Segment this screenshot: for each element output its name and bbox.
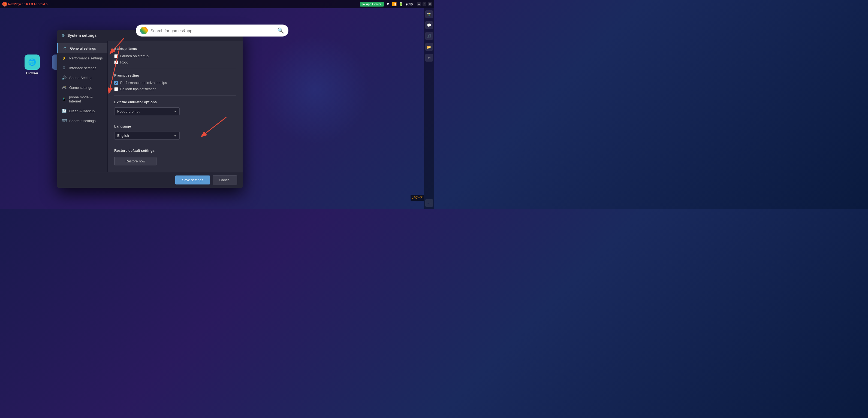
language-row: English Chinese Japanese Korean Spanish … — [114, 132, 236, 139]
nav-label-sound: Sound Setting — [69, 76, 92, 80]
startup-items-title: Startup items — [114, 46, 236, 51]
nav-item-backup[interactable]: 🔄 Clean & Backup — [57, 106, 107, 116]
search-input[interactable] — [151, 28, 275, 33]
divider-2 — [114, 95, 236, 96]
jfc-text: JFC社区 — [412, 196, 423, 199]
search-bar[interactable]: 🔍 — [136, 25, 288, 36]
sidebar-icon-music[interactable]: 🎵 — [425, 32, 433, 40]
app-center-button[interactable]: ▶ App Center — [360, 2, 384, 6]
shortcut-icon: ⌨ — [62, 119, 66, 123]
language-select[interactable]: English Chinese Japanese Korean Spanish … — [114, 132, 180, 139]
sidebar-icon-files[interactable]: 📂 — [425, 43, 433, 51]
balloon-tips-checkbox[interactable] — [114, 87, 118, 91]
minimize-button[interactable]: — — [417, 2, 421, 6]
sidebar-icon-more[interactable]: ··· — [425, 199, 433, 207]
nav-item-interface[interactable]: 🖥 Interface settings — [57, 63, 107, 73]
sidebar-icon-cut[interactable]: ✂ — [425, 54, 433, 62]
cancel-button[interactable]: Cancel — [213, 175, 237, 185]
play-store-icon — [140, 27, 148, 34]
exit-options-row: Popup prompt Minimize to tray Exit direc… — [114, 107, 236, 115]
restore-button[interactable]: □ — [423, 2, 426, 6]
nav-label-interface: Interface settings — [69, 66, 96, 70]
app-center-icon: ▶ — [363, 2, 365, 6]
language-title: Language — [114, 124, 236, 128]
launch-on-startup-label[interactable]: Launch on startup — [120, 54, 149, 58]
jfc-badge: JFC社区 — [410, 195, 424, 201]
divider-3 — [114, 120, 236, 120]
exit-options-title: Exit the emulator options — [114, 100, 236, 104]
exit-options-select[interactable]: Popup prompt Minimize to tray Exit direc… — [114, 107, 180, 115]
root-label[interactable]: Root — [120, 60, 128, 64]
signal-icon: 📶 — [392, 2, 397, 6]
nav-item-phone[interactable]: 📱 phone model & Internet — [57, 92, 107, 106]
nav-label-general: General settings — [70, 46, 96, 51]
nav-item-game[interactable]: 🎮 Game settings — [57, 83, 107, 92]
bg-decoration-2 — [260, 35, 370, 144]
nav-label-performance: Performance settings — [69, 56, 103, 60]
top-bar-right: ▶ App Center ▼ 📶 🔋 9:46 — □ ✕ — [360, 2, 432, 6]
save-settings-button[interactable]: Save settings — [175, 175, 210, 185]
divider-4 — [114, 144, 236, 144]
fox-icon: 🦊 — [2, 2, 7, 6]
balloon-tips-label[interactable]: Balloon tips notification — [120, 87, 156, 91]
right-sidebar: 📸 💬 🎵 📂 ✂ ··· — [424, 8, 434, 209]
nav-label-shortcut: Shortcut settings — [69, 119, 96, 123]
sidebar-icon-camera[interactable]: 📸 — [425, 10, 433, 18]
general-icon: ⚙ — [62, 46, 67, 51]
search-icon[interactable]: 🔍 — [277, 27, 284, 34]
launch-on-startup-checkbox[interactable] — [114, 54, 118, 58]
root-row: Root — [114, 60, 236, 64]
prompt-setting-title: Prompt setting — [114, 73, 236, 77]
restore-now-button[interactable]: Restore now — [114, 157, 156, 165]
settings-icon: ⚙ — [62, 33, 65, 38]
performance-tips-row: Performance optimization tips — [114, 81, 236, 85]
wifi-icon: ▼ — [386, 2, 390, 6]
dialog-nav: ⚙ General settings ⚡ Performance setting… — [57, 41, 108, 172]
close-button[interactable]: ✕ — [428, 2, 432, 6]
nav-label-game: Game settings — [69, 86, 92, 90]
nav-item-general[interactable]: ⚙ General settings — [57, 43, 107, 53]
performance-icon: ⚡ — [62, 56, 66, 60]
app-logo: 🦊 NoxPlayer 6.6.1.3 Android 5 — [2, 2, 48, 6]
dialog-content: Startup items Launch on startup Root Pro… — [108, 41, 243, 172]
dialog-footer: Save settings Cancel — [57, 172, 243, 188]
battery-icon: 🔋 — [399, 2, 403, 6]
phone-icon: 📱 — [62, 97, 66, 101]
nav-label-backup: Clean & Backup — [69, 109, 95, 113]
backup-icon: 🔄 — [62, 109, 66, 113]
game-icon: 🎮 — [62, 85, 66, 90]
nav-item-performance[interactable]: ⚡ Performance settings — [57, 53, 107, 63]
restore-title: Restore default settings — [114, 149, 236, 153]
sound-icon: 🔊 — [62, 75, 66, 80]
dialog-body: ⚙ General settings ⚡ Performance setting… — [57, 41, 243, 172]
launch-on-startup-row: Launch on startup — [114, 54, 236, 58]
window-controls: — □ ✕ — [417, 2, 432, 6]
sidebar-icon-chat[interactable]: 💬 — [425, 21, 433, 29]
browser-icon-label: Browser — [26, 71, 38, 75]
app-title: NoxPlayer 6.6.1.3 Android 5 — [8, 2, 48, 6]
app-center-label: App Center — [366, 2, 381, 6]
time-display: 9:46 — [406, 2, 413, 6]
system-settings-dialog: ⚙ System settings ✕ ⚙ General settings ⚡… — [57, 30, 243, 188]
balloon-tips-row: Balloon tips notification — [114, 87, 236, 91]
nav-label-phone: phone model & Internet — [69, 95, 103, 103]
nav-item-shortcut[interactable]: ⌨ Shortcut settings — [57, 116, 107, 126]
browser-icon-img: 🌐 — [25, 55, 40, 70]
desktop: 🔍 🌐 Browser 📱 T... ⚙ System settings — [0, 8, 424, 209]
root-checkbox[interactable] — [114, 61, 118, 64]
performance-tips-checkbox[interactable] — [114, 81, 118, 85]
top-bar: 🦊 NoxPlayer 6.6.1.3 Android 5 ▶ App Cent… — [0, 0, 434, 8]
nav-item-sound[interactable]: 🔊 Sound Setting — [57, 73, 107, 83]
performance-tips-label[interactable]: Performance optimization tips — [120, 81, 167, 85]
browser-icon[interactable]: 🌐 Browser — [25, 55, 40, 75]
interface-icon: 🖥 — [62, 66, 66, 70]
divider-1 — [114, 69, 236, 69]
